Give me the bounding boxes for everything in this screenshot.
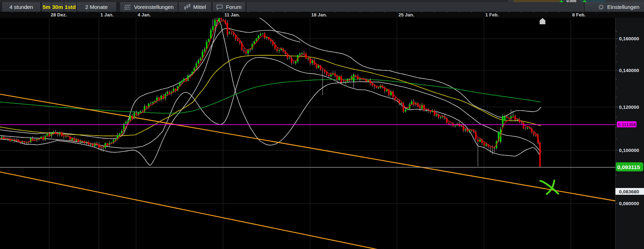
svg-text:0,083680: 0,083680: [619, 189, 639, 194]
svg-text:0,140000: 0,140000: [619, 68, 639, 73]
svg-text:0.111356: 0.111356: [618, 122, 636, 127]
svg-text:0,093115: 0,093115: [617, 164, 640, 170]
svg-text:0,080000: 0,080000: [619, 201, 639, 206]
svg-text:0,160000: 0,160000: [619, 36, 639, 41]
svg-text:0,120000: 0,120000: [619, 105, 639, 110]
svg-text:0,100000: 0,100000: [619, 148, 639, 153]
